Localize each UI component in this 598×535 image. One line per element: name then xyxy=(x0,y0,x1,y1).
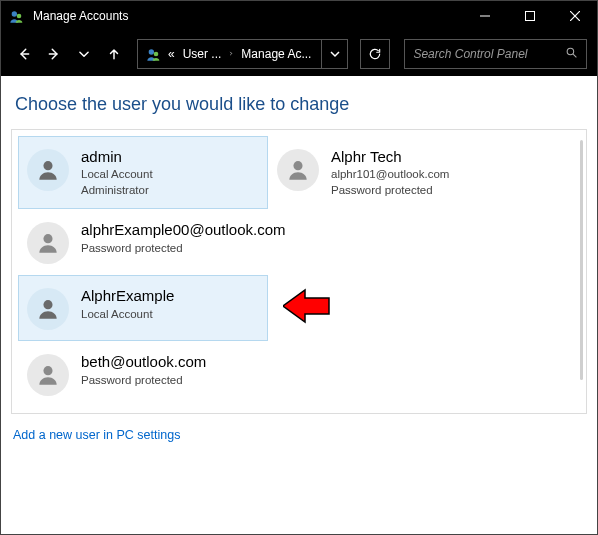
user-card-alphrtech[interactable]: Alphr Tech alphr101@outlook.com Password… xyxy=(268,136,518,209)
svg-point-15 xyxy=(43,300,52,309)
svg-point-12 xyxy=(43,161,52,170)
content-area: Choose the user you would like to change… xyxy=(1,76,597,535)
svg-rect-3 xyxy=(525,12,534,21)
page-heading: Choose the user you would like to change xyxy=(15,94,587,115)
user-name: alphrExample00@outlook.com xyxy=(81,220,286,240)
scrollbar[interactable] xyxy=(580,140,583,380)
user-sub1: Local Account xyxy=(81,307,174,323)
users-panel: admin Local Account Administrator Alphr … xyxy=(11,129,587,414)
chevron-right-icon[interactable] xyxy=(225,49,237,58)
close-button[interactable] xyxy=(552,1,597,31)
recent-dropdown[interactable] xyxy=(71,41,97,67)
avatar-icon xyxy=(27,149,69,191)
svg-point-14 xyxy=(43,234,52,243)
svg-point-0 xyxy=(12,11,17,16)
svg-point-8 xyxy=(149,49,154,54)
user-card-alphrexample00[interactable]: alphrExample00@outlook.com Password prot… xyxy=(18,209,518,275)
back-button[interactable] xyxy=(11,41,37,67)
avatar-icon xyxy=(27,354,69,396)
user-card-alphrexample[interactable]: AlphrExample Local Account xyxy=(18,275,268,341)
search-box[interactable] xyxy=(404,39,587,69)
svg-point-1 xyxy=(17,14,22,19)
user-name: AlphrExample xyxy=(81,286,174,306)
user-card-beth[interactable]: beth@outlook.com Password protected xyxy=(18,341,518,407)
svg-rect-2 xyxy=(480,16,490,17)
nav-bar: « User ... Manage Ac... xyxy=(1,31,597,76)
red-arrow-annotation xyxy=(283,288,331,327)
address-dropdown[interactable] xyxy=(322,39,348,69)
app-icon xyxy=(9,8,25,24)
user-sub2: Password protected xyxy=(331,183,449,199)
svg-point-13 xyxy=(293,161,302,170)
user-name: Alphr Tech xyxy=(331,147,449,167)
user-card-admin[interactable]: admin Local Account Administrator xyxy=(18,136,268,209)
up-button[interactable] xyxy=(101,41,127,67)
avatar-icon xyxy=(277,149,319,191)
user-name: admin xyxy=(81,147,153,167)
breadcrumb-item-manage[interactable]: Manage Ac... xyxy=(237,47,315,61)
breadcrumb-back-chevrons[interactable]: « xyxy=(164,47,179,61)
svg-marker-17 xyxy=(283,290,329,322)
breadcrumb-item-user[interactable]: User ... xyxy=(179,47,226,61)
search-input[interactable] xyxy=(413,47,565,61)
search-icon[interactable] xyxy=(565,46,578,62)
user-sub1: Password protected xyxy=(81,241,286,257)
forward-button[interactable] xyxy=(41,41,67,67)
add-user-link[interactable]: Add a new user in PC settings xyxy=(13,428,180,442)
minimize-button[interactable] xyxy=(462,1,507,31)
avatar-icon xyxy=(27,288,69,330)
title-bar: Manage Accounts xyxy=(1,1,597,31)
users-icon xyxy=(144,46,164,62)
user-sub1: Local Account xyxy=(81,167,153,183)
user-sub1: alphr101@outlook.com xyxy=(331,167,449,183)
maximize-button[interactable] xyxy=(507,1,552,31)
window-title: Manage Accounts xyxy=(33,9,128,23)
avatar-icon xyxy=(27,222,69,264)
users-list: admin Local Account Administrator Alphr … xyxy=(18,136,580,407)
user-sub2: Administrator xyxy=(81,183,153,199)
svg-point-16 xyxy=(43,366,52,375)
refresh-button[interactable] xyxy=(360,39,390,69)
user-name: beth@outlook.com xyxy=(81,352,206,372)
user-sub1: Password protected xyxy=(81,373,206,389)
svg-line-11 xyxy=(573,54,576,57)
svg-point-10 xyxy=(567,48,574,55)
address-bar[interactable]: « User ... Manage Ac... xyxy=(137,39,322,69)
svg-point-9 xyxy=(154,51,159,56)
